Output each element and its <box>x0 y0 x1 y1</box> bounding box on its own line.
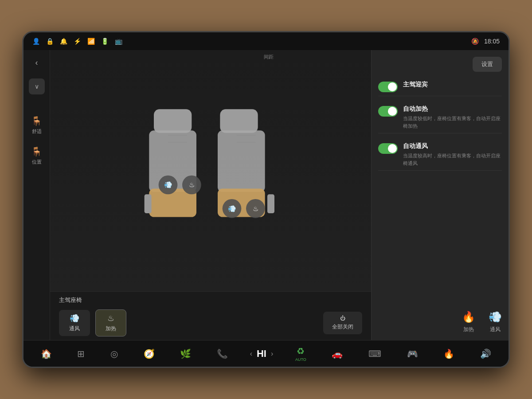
nav-eco[interactable]: 🌿 <box>176 347 195 361</box>
toggle-row-vent: 自动通风 当温度较高时，座椅位置有乘客，自动开启座椅通风 <box>378 139 502 171</box>
status-icons-right: 🔕 18:05 <box>471 38 500 45</box>
comfort-icon: 🪑 <box>31 116 42 126</box>
toggle-title-vent: 自动通风 <box>403 142 502 150</box>
hi-control: ‹ HI › <box>250 348 274 360</box>
map-icon: 🧭 <box>144 348 155 359</box>
seat-bottom-controls: 主驾座椅 💨 通风 ♨ 加热 ⏻ 全部关闭 <box>50 291 371 340</box>
power-icon: ⏻ <box>340 315 345 321</box>
phone-icon: 📞 <box>217 348 228 359</box>
position-icon: 🪑 <box>31 146 42 157</box>
toggle-desc-heating: 当温度较低时，座椅位置有乘客，自动开启座椅加热 <box>403 115 502 129</box>
car-display-screen: 👤 🔒 🔔 ⚡ 📶 🔋 📺 🔕 18:05 ‹ ∨ 🪑 舒适 <box>22 31 510 368</box>
toggle-text-welcome: 主驾迎宾 <box>403 81 502 90</box>
power-label: 全部关闭 <box>332 323 353 331</box>
settings-button[interactable]: 设置 <box>473 57 502 72</box>
bluetooth-icon: ⚡ <box>74 38 81 45</box>
seat-heat-icon: 🔥 <box>443 348 454 359</box>
clock: 18:05 <box>484 38 500 45</box>
bell-icon: 🔔 <box>60 38 67 45</box>
lock-icon: 🔒 <box>46 38 54 45</box>
auto-label: AUTO <box>295 357 306 362</box>
hi-left-arrow[interactable]: ‹ <box>250 350 252 358</box>
heat-action-label: 加热 <box>463 326 474 333</box>
vent-action-icon: 💨 <box>489 311 502 323</box>
toggle-row-heating: 自动加热 当温度较低时，座椅位置有乘客，自动开启座椅加热 <box>378 102 502 133</box>
hi-text: HI <box>257 348 266 360</box>
svg-rect-0 <box>154 109 192 133</box>
nav-map[interactable]: 🧭 <box>140 347 158 361</box>
svg-rect-7 <box>267 194 274 213</box>
bottom-nav-bar: 🏠 ⊞ ◎ 🧭 🌿 📞 ‹ HI › ♻ AUTO 🚗 <box>23 340 509 367</box>
gamepad-icon: 🎮 <box>407 348 418 359</box>
svg-rect-5 <box>218 130 265 192</box>
toggle-text-vent: 自动通风 当温度较高时，座椅位置有乘客，自动开启座椅通风 <box>403 142 502 167</box>
svg-text:♨: ♨ <box>189 181 195 188</box>
heat-action-icon: 🔥 <box>462 311 475 323</box>
toggle-title-heating: 自动加热 <box>403 105 502 113</box>
vent-action-label: 通风 <box>490 326 501 333</box>
volume-icon: 🔊 <box>480 348 491 359</box>
comfort-nav-item[interactable]: 🪑 舒适 <box>28 111 45 139</box>
toggle-desc-vent: 当温度较高时，座椅位置有乘客，自动开启座椅通风 <box>403 152 502 167</box>
nav-auto[interactable]: ♻ AUTO <box>292 344 310 364</box>
nav-camera[interactable]: ◎ <box>107 347 121 361</box>
nav-volume[interactable]: 🔊 <box>477 347 495 361</box>
welcome-toggle[interactable] <box>378 82 398 92</box>
auto-icon: ♻ <box>297 346 305 356</box>
status-icons-left: 👤 🔒 🔔 ⚡ 📶 🔋 📺 <box>32 38 122 45</box>
screen-icon: 📺 <box>115 38 122 45</box>
nav-seat-heat[interactable]: 🔥 <box>440 347 458 361</box>
collapse-button[interactable]: ∨ <box>29 78 45 94</box>
seats-svg: 💨 ♨ 💨 ♨ <box>140 104 282 237</box>
sidebar-navigation: 🪑 舒适 🪑 位置 <box>28 111 45 170</box>
back-button[interactable]: ‹ <box>29 55 45 70</box>
nav-gamepad[interactable]: 🎮 <box>403 347 422 361</box>
keyboard-icon: ⌨ <box>368 348 381 359</box>
status-bar: 👤 🔒 🔔 ⚡ 📶 🔋 📺 🔕 18:05 <box>23 32 509 50</box>
auto-heat-toggle[interactable] <box>378 106 398 117</box>
camera-icon: ◎ <box>110 348 118 359</box>
auto-vent-toggle[interactable] <box>378 143 398 154</box>
svg-text:💨: 💨 <box>164 181 172 189</box>
heat-icon: ♨ <box>107 313 114 323</box>
nav-car-status[interactable]: 🚗 <box>328 347 346 361</box>
heat-action[interactable]: 🔥 加热 <box>462 311 475 333</box>
svg-rect-3 <box>145 194 152 213</box>
main-area: ‹ ∨ 🪑 舒适 🪑 位置 间距 <box>23 50 509 340</box>
power-off-button[interactable]: ⏻ 全部关闭 <box>323 312 362 334</box>
seat-label: 主驾座椅 <box>59 296 362 304</box>
right-panel: 设置 主驾迎宾 自动加热 当温度较低时，座椅位置有乘客，自动开启座椅加热 自动通… <box>371 50 509 340</box>
heating-button[interactable]: ♨ 加热 <box>95 309 126 336</box>
toggle-text-heating: 自动加热 当温度较低时，座椅位置有乘客，自动开启座椅加热 <box>403 105 502 129</box>
left-sidebar: ‹ ∨ 🪑 舒适 🪑 位置 <box>23 50 50 340</box>
svg-text:💨: 💨 <box>228 205 236 213</box>
mute-icon: 🔕 <box>471 38 479 45</box>
hi-right-arrow[interactable]: › <box>271 350 273 358</box>
center-content: 间距 <box>50 50 371 340</box>
apps-icon: ⊞ <box>77 348 85 359</box>
vent-label: 通风 <box>69 325 80 332</box>
user-icon: 👤 <box>32 38 40 45</box>
nav-home[interactable]: 🏠 <box>37 347 55 361</box>
seat-visual-area: 💨 ♨ 💨 ♨ <box>50 50 371 291</box>
ventilation-button[interactable]: 💨 通风 <box>59 310 90 336</box>
bottom-action-row: 🔥 加热 💨 通风 <box>378 311 502 333</box>
toggle-title-welcome: 主驾迎宾 <box>403 81 502 89</box>
eco-icon: 🌿 <box>180 348 191 359</box>
signal-icon: 📶 <box>87 38 95 45</box>
car-status-icon: 🚗 <box>332 348 343 359</box>
nav-phone[interactable]: 📞 <box>213 347 231 361</box>
vent-action[interactable]: 💨 通风 <box>489 311 502 333</box>
position-nav-item[interactable]: 🪑 位置 <box>28 142 45 170</box>
toggle-row-welcome: 主驾迎宾 <box>378 77 502 96</box>
home-icon: 🏠 <box>41 348 52 359</box>
battery-icon: 🔋 <box>101 38 109 45</box>
svg-rect-4 <box>220 109 258 133</box>
seats-container: 💨 ♨ 💨 ♨ <box>140 104 282 237</box>
svg-text:♨: ♨ <box>253 205 258 212</box>
vent-icon: 💨 <box>70 313 79 323</box>
seat-button-row: 💨 通风 ♨ 加热 ⏻ 全部关闭 <box>59 309 362 336</box>
nav-keyboard[interactable]: ⌨ <box>365 347 385 361</box>
nav-apps[interactable]: ⊞ <box>74 347 88 361</box>
heat-label: 加热 <box>106 325 116 332</box>
